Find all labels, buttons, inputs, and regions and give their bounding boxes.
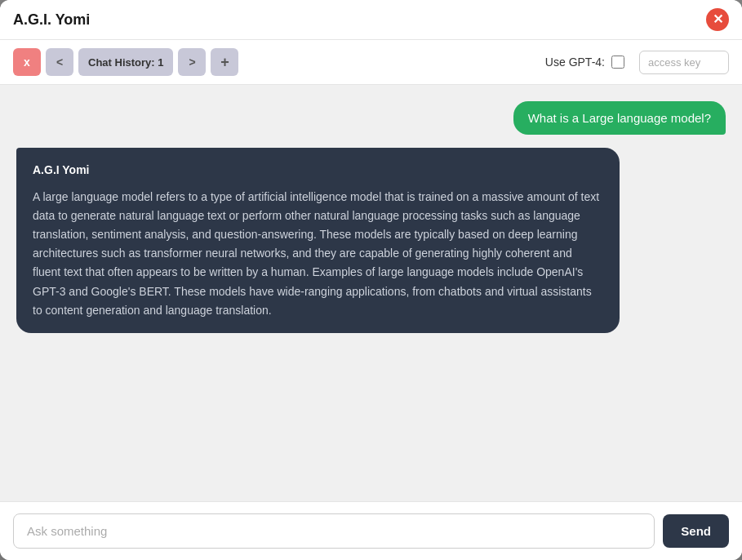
clear-button[interactable]: x	[13, 48, 41, 76]
ai-message-wrapper: A.G.I Yomi A large language model refers…	[16, 148, 726, 333]
input-area: Send	[0, 501, 742, 560]
ai-sender-name: A.G.I Yomi	[33, 161, 603, 180]
ai-message-body: A large language model refers to a type …	[33, 188, 603, 320]
chat-history-button[interactable]: Chat History: 1	[78, 48, 173, 76]
close-button[interactable]: ✕	[706, 8, 729, 31]
send-button[interactable]: Send	[663, 514, 729, 548]
chat-input[interactable]	[13, 513, 655, 549]
gpt4-label: Use GPT-4:	[545, 56, 605, 69]
window-title: A.G.I. Yomi	[13, 11, 90, 29]
user-message-wrapper: What is a Large language model?	[16, 101, 726, 135]
gpt4-checkbox[interactable]	[611, 56, 624, 69]
new-chat-button[interactable]: +	[211, 48, 238, 76]
ai-message-bubble: A.G.I Yomi A large language model refers…	[16, 148, 620, 333]
toolbar: x < Chat History: 1 > + Use GPT-4:	[0, 40, 742, 85]
back-button[interactable]: <	[46, 48, 73, 76]
app-window: A.G.I. Yomi ✕ x < Chat History: 1 > + Us…	[0, 0, 742, 560]
titlebar: A.G.I. Yomi ✕	[0, 0, 742, 40]
gpt4-control: Use GPT-4:	[545, 56, 624, 69]
forward-button[interactable]: >	[178, 48, 206, 76]
chat-area: What is a Large language model? A.G.I Yo…	[0, 85, 742, 501]
user-message: What is a Large language model?	[513, 101, 726, 135]
access-key-input[interactable]	[639, 51, 729, 74]
